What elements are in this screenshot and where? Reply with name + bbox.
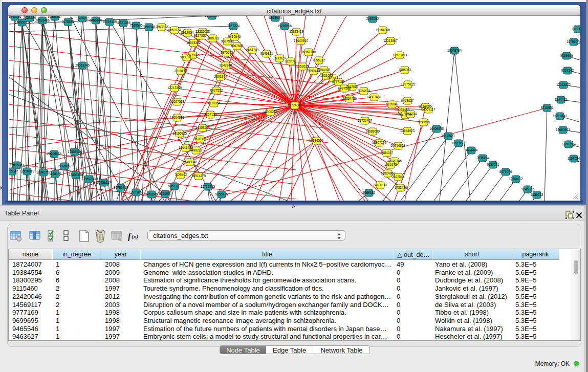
svg-text:19166825: 19166825 xyxy=(172,132,187,135)
svg-text:10782759: 10782759 xyxy=(114,186,128,189)
svg-text:8454749: 8454749 xyxy=(246,48,259,52)
svg-text:8186323: 8186323 xyxy=(207,36,220,40)
svg-text:16671355: 16671355 xyxy=(116,21,131,25)
svg-text:16409538: 16409538 xyxy=(429,127,444,130)
svg-text:14569117: 14569117 xyxy=(421,107,435,111)
svg-text:7964204: 7964204 xyxy=(404,112,417,116)
svg-text:12505135: 12505135 xyxy=(69,173,83,177)
svg-text:1145195: 1145195 xyxy=(49,172,62,176)
svg-text:23226058: 23226058 xyxy=(195,30,210,33)
svg-text:1527602: 1527602 xyxy=(76,16,89,20)
svg-text:6466160: 6466160 xyxy=(90,18,102,22)
svg-text:16210643: 16210643 xyxy=(553,114,568,118)
svg-text:1112557: 1112557 xyxy=(572,27,581,31)
svg-text:3024574: 3024574 xyxy=(358,89,371,93)
svg-text:3875645: 3875645 xyxy=(221,51,233,54)
svg-text:3267130: 3267130 xyxy=(204,113,217,116)
svg-text:18807269: 18807269 xyxy=(372,141,387,144)
svg-text:17957253: 17957253 xyxy=(81,177,96,181)
svg-text:6379197: 6379197 xyxy=(452,141,465,145)
svg-text:10025483: 10025483 xyxy=(395,108,410,112)
svg-text:20053346: 20053346 xyxy=(75,63,90,67)
svg-text:1451233: 1451233 xyxy=(327,76,340,80)
svg-text:9155346: 9155346 xyxy=(143,25,156,29)
svg-text:10973493: 10973493 xyxy=(393,53,407,57)
svg-text:7485063: 7485063 xyxy=(399,68,411,72)
svg-text:9699695: 9699695 xyxy=(418,120,430,124)
svg-text:14353594: 14353594 xyxy=(195,126,210,129)
svg-text:17010504: 17010504 xyxy=(561,142,576,146)
svg-text:10958117: 10958117 xyxy=(97,181,111,184)
svg-text:11325419: 11325419 xyxy=(289,30,303,33)
svg-text:20206535: 20206535 xyxy=(47,152,62,156)
svg-text:12093872: 12093872 xyxy=(556,83,571,86)
svg-text:9146821: 9146821 xyxy=(260,52,273,55)
svg-text:16648784: 16648784 xyxy=(447,49,462,52)
svg-text:8215955: 8215955 xyxy=(541,106,554,110)
svg-text:1943556: 1943556 xyxy=(9,16,21,18)
svg-text:1615172: 1615172 xyxy=(384,163,397,166)
svg-text:(x): (x) xyxy=(132,233,138,240)
svg-text:13524861: 13524861 xyxy=(381,171,396,175)
svg-text:12213369: 12213369 xyxy=(167,86,182,90)
svg-text:20756928: 20756928 xyxy=(391,144,406,147)
svg-text:20691406: 20691406 xyxy=(35,18,50,22)
svg-text:19975857: 19975857 xyxy=(57,164,72,168)
svg-text:10688689: 10688689 xyxy=(365,129,380,133)
svg-text:1362615: 1362615 xyxy=(296,64,309,68)
svg-text:9136243: 9136243 xyxy=(531,193,543,196)
svg-text:8813054: 8813054 xyxy=(269,16,282,19)
svg-text:12213967: 12213967 xyxy=(383,39,398,42)
svg-text:12975115: 12975115 xyxy=(401,82,415,86)
svg-text:16033809: 16033809 xyxy=(205,16,220,17)
svg-text:9684047: 9684047 xyxy=(381,151,394,155)
svg-text:16535061: 16535061 xyxy=(10,163,25,167)
svg-text:13692971: 13692971 xyxy=(556,128,571,132)
svg-text:2935114: 2935114 xyxy=(476,156,489,160)
svg-text:4498222: 4498222 xyxy=(190,148,203,152)
svg-text:7462064: 7462064 xyxy=(346,85,359,89)
svg-text:18640910: 18640910 xyxy=(294,39,309,42)
svg-text:7955812: 7955812 xyxy=(313,58,325,62)
svg-text:8678312: 8678312 xyxy=(194,137,207,141)
svg-text:10654112: 10654112 xyxy=(509,177,523,181)
svg-text:16543362: 16543362 xyxy=(186,41,201,45)
svg-text:6794028: 6794028 xyxy=(318,68,331,72)
svg-text:3915947: 3915947 xyxy=(9,169,18,173)
svg-text:2087682: 2087682 xyxy=(366,17,379,20)
svg-text:12156819: 12156819 xyxy=(20,169,35,173)
svg-text:8135054: 8135054 xyxy=(159,192,172,195)
svg-text:9245032: 9245032 xyxy=(521,187,534,191)
svg-text:10120746: 10120746 xyxy=(387,159,402,163)
svg-text:9890110: 9890110 xyxy=(180,55,193,59)
svg-text:13654923: 13654923 xyxy=(400,129,415,133)
svg-text:8471676: 8471676 xyxy=(499,170,512,173)
svg-text:18300295: 18300295 xyxy=(263,110,278,114)
svg-text:10853267: 10853267 xyxy=(48,16,62,18)
svg-text:4170064: 4170064 xyxy=(208,101,221,105)
svg-text:9474444: 9474444 xyxy=(465,148,478,152)
svg-text:2803144: 2803144 xyxy=(214,75,227,78)
svg-text:15720407: 15720407 xyxy=(358,119,373,122)
svg-text:2718176: 2718176 xyxy=(175,69,187,73)
svg-text:16914479: 16914479 xyxy=(191,174,206,178)
svg-text:10719135: 10719135 xyxy=(102,20,117,24)
svg-text:8938923: 8938923 xyxy=(442,134,455,138)
svg-text:15409948: 15409948 xyxy=(183,160,198,164)
svg-text:1733426: 1733426 xyxy=(395,186,407,189)
svg-text:1322091: 1322091 xyxy=(285,59,297,63)
svg-text:9699532: 9699532 xyxy=(363,191,376,194)
svg-text:14136141: 14136141 xyxy=(373,183,388,187)
svg-text:9227342: 9227342 xyxy=(561,69,574,72)
svg-text:2967608: 2967608 xyxy=(231,44,244,48)
svg-text:9327505: 9327505 xyxy=(194,34,207,37)
svg-text:12323465: 12323465 xyxy=(129,190,144,194)
svg-text:6216049: 6216049 xyxy=(386,102,399,106)
svg-text:9255415: 9255415 xyxy=(215,192,228,196)
svg-text:16961758: 16961758 xyxy=(301,50,316,54)
svg-text:7515546: 7515546 xyxy=(130,24,143,27)
svg-text:1167534: 1167534 xyxy=(568,157,580,160)
svg-text:9457771: 9457771 xyxy=(168,184,181,188)
svg-text:19218506: 19218506 xyxy=(277,24,292,28)
svg-text:20364436: 20364436 xyxy=(342,97,357,100)
